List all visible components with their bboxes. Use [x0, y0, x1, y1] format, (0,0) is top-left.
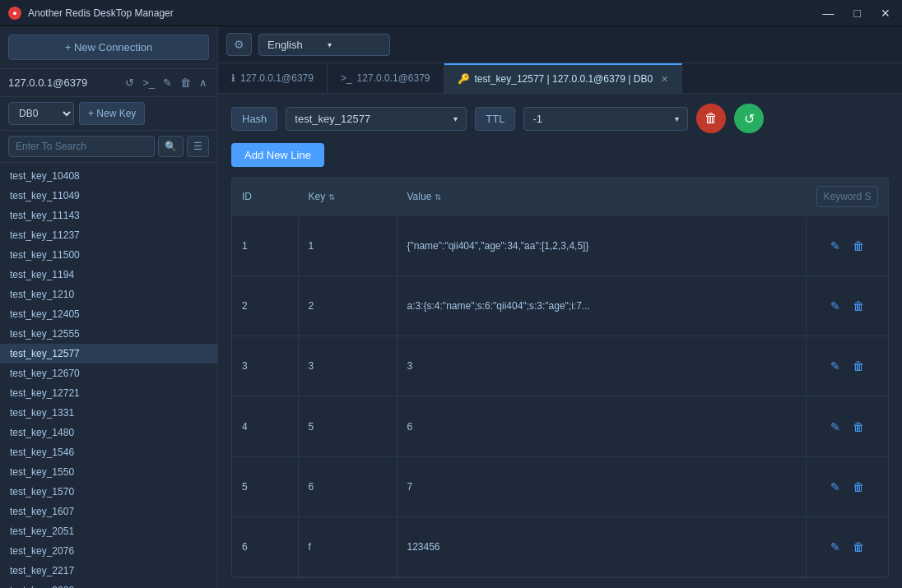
edit-connection-button[interactable]: ✎: [161, 76, 174, 90]
cell-id: 4: [232, 396, 298, 456]
delete-row-button[interactable]: 🗑: [848, 238, 869, 254]
key-name-chevron: ▾: [453, 114, 458, 123]
key-list-item[interactable]: test_key_11143: [0, 206, 217, 225]
key-list-item[interactable]: test_key_12577: [0, 344, 217, 363]
edit-row-button[interactable]: ✎: [825, 298, 845, 314]
edit-row-button[interactable]: ✎: [825, 419, 845, 435]
key-list-item[interactable]: test_key_1570: [0, 482, 217, 502]
connection-actions: ↺ >_ ✎ 🗑 ∧: [123, 76, 209, 90]
key-list-item[interactable]: test_key_1480: [0, 423, 217, 442]
language-dropdown[interactable]: English ▾: [258, 34, 390, 56]
add-new-line-button[interactable]: Add New Line: [231, 143, 324, 167]
delete-row-button[interactable]: 🗑: [848, 298, 869, 314]
cell-id: 1: [232, 216, 298, 276]
key-list-item[interactable]: test_key_11500: [0, 245, 217, 265]
key-list-item[interactable]: test_key_11237: [0, 225, 217, 245]
key-list-item[interactable]: test_key_1546: [0, 442, 217, 462]
key-list-item[interactable]: test_key_2217: [0, 561, 217, 581]
edit-row-button[interactable]: ✎: [825, 238, 845, 254]
cell-key: 1: [298, 216, 397, 276]
cell-key: 5: [298, 396, 397, 456]
tab-info[interactable]: ℹ 127.0.0.1@6379: [218, 63, 328, 93]
connection-name: 127.0.0.1@6379: [8, 76, 87, 89]
delete-connection-button[interactable]: 🗑: [179, 76, 193, 90]
key-list-item[interactable]: test_key_1210: [0, 285, 217, 304]
sidebar: + New Connection 127.0.0.1@6379 ↺ >_ ✎ 🗑…: [0, 26, 218, 588]
key-list-item[interactable]: test_key_2076: [0, 541, 217, 561]
ttl-value: -1: [532, 113, 542, 125]
new-key-button[interactable]: + New Key: [79, 102, 145, 125]
search-input[interactable]: [8, 136, 155, 157]
keyword-search-input[interactable]: [816, 186, 879, 207]
ttl-chevron: ▾: [675, 114, 679, 123]
tab-label: test_key_12577 | 127.0.0.1@6379 | DB0: [475, 73, 653, 85]
edit-row-button[interactable]: ✎: [825, 358, 845, 374]
cell-id: 3: [232, 336, 298, 396]
tab-label: 127.0.0.1@6379: [240, 72, 314, 84]
tab-keyview[interactable]: 🔑 test_key_12577 | 127.0.0.1@6379 | DB0 …: [444, 63, 683, 93]
key-list-item[interactable]: test_key_12405: [0, 304, 217, 324]
key-name-field[interactable]: test_key_12577 ▾: [286, 107, 467, 131]
terminal-button[interactable]: >_: [141, 76, 156, 90]
db-selector[interactable]: DB0 DB1 DB2: [8, 102, 74, 125]
key-list-item[interactable]: test_key_12721: [0, 383, 217, 403]
key-list-item[interactable]: test_key_1331: [0, 403, 217, 423]
maximize-button[interactable]: □: [851, 7, 864, 19]
table-row: 1 1 {"name":"qii404","age":34,"aa":[1,2,…: [232, 216, 888, 276]
col-header-key[interactable]: Key ⇅: [298, 178, 397, 216]
delete-row-button[interactable]: 🗑: [848, 539, 869, 555]
cell-key: 6: [298, 456, 397, 516]
key-list-item[interactable]: test_key_1550: [0, 462, 217, 482]
key-meta-row: Hash test_key_12577 ▾ TTL -1 ▾ 🗑 ↺: [231, 104, 889, 133]
tab-terminal[interactable]: >_ 127.0.0.1@6379: [328, 63, 444, 93]
data-table: ID Key ⇅ Value ⇅: [232, 178, 888, 577]
main-content: ⚙ English ▾ ℹ 127.0.0.1@6379 >_ 127.0.0.…: [218, 26, 902, 588]
key-list-item[interactable]: test_key_12555: [0, 324, 217, 344]
table-row: 3 3 3 ✎ 🗑: [232, 336, 888, 396]
col-header-search: [806, 178, 888, 216]
cell-key: f: [298, 516, 397, 576]
search-button[interactable]: 🔍: [158, 136, 184, 157]
cell-value: a:3:{s:4:"name";s:6:"qii404";s:3:"age";i…: [397, 276, 806, 336]
cell-actions: ✎ 🗑: [806, 336, 888, 396]
tabs-bar: ℹ 127.0.0.1@6379 >_ 127.0.0.1@6379 🔑 tes…: [218, 63, 902, 94]
delete-row-button[interactable]: 🗑: [848, 479, 869, 495]
type-label: Hash: [231, 107, 277, 131]
filter-button[interactable]: ☰: [187, 136, 209, 157]
key-list-item[interactable]: test_key_1607: [0, 502, 217, 521]
delete-key-button[interactable]: 🗑: [696, 104, 726, 133]
delete-row-button[interactable]: 🗑: [848, 419, 869, 435]
key-editor: Hash test_key_12577 ▾ TTL -1 ▾ 🗑 ↺ Add N…: [218, 94, 902, 588]
key-list-item[interactable]: test_key_12670: [0, 363, 217, 383]
key-list-item[interactable]: test_key_10408: [0, 166, 217, 186]
key-list-item[interactable]: test_key_11049: [0, 186, 217, 206]
edit-row-button[interactable]: ✎: [825, 539, 845, 555]
close-button[interactable]: ✕: [877, 7, 894, 19]
collapse-button[interactable]: ∧: [198, 76, 209, 90]
delete-row-button[interactable]: 🗑: [848, 358, 869, 374]
cell-value: 7: [397, 456, 806, 516]
edit-row-button[interactable]: ✎: [825, 479, 845, 495]
chevron-down-icon: ▾: [328, 40, 332, 49]
tab-icon: 🔑: [458, 73, 470, 85]
table-header-row: ID Key ⇅ Value ⇅: [232, 178, 888, 216]
tab-icon: >_: [341, 72, 352, 84]
col-header-value[interactable]: Value ⇅: [397, 178, 806, 216]
tab-close-button[interactable]: ✕: [661, 74, 668, 85]
window-controls: — □ ✕: [820, 7, 894, 19]
key-list-item[interactable]: test_key_2051: [0, 521, 217, 541]
ttl-label: TTL: [475, 107, 515, 131]
key-list-item[interactable]: test_key_2688: [0, 581, 217, 588]
ttl-field[interactable]: -1 ▾: [523, 107, 688, 131]
cell-actions: ✎ 🗑: [806, 396, 888, 456]
refresh-key-button[interactable]: ↺: [734, 104, 764, 133]
minimize-button[interactable]: —: [820, 7, 838, 19]
table-row: 4 5 6 ✎ 🗑: [232, 396, 888, 456]
value-sort-icon: ⇅: [435, 192, 441, 201]
refresh-connection-button[interactable]: ↺: [123, 76, 136, 90]
key-list-item[interactable]: test_key_1194: [0, 265, 217, 285]
cell-value: 3: [397, 336, 806, 396]
new-connection-button[interactable]: + New Connection: [8, 35, 209, 60]
app-body: + New Connection 127.0.0.1@6379 ↺ >_ ✎ 🗑…: [0, 26, 902, 588]
settings-button[interactable]: ⚙: [226, 33, 252, 56]
